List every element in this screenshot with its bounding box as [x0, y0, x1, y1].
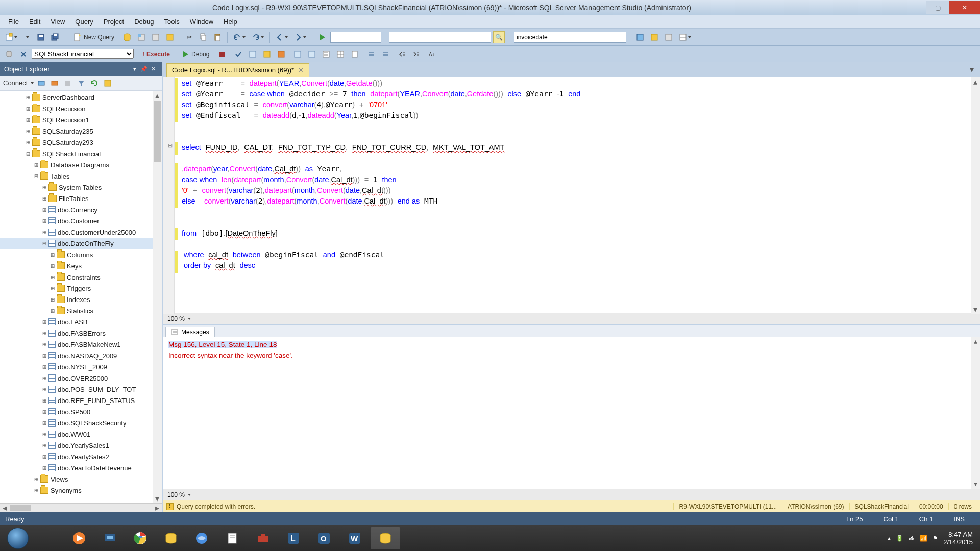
execute-button[interactable]: !Execute [138, 48, 175, 60]
tray-flag-icon[interactable]: ⚑ [933, 535, 938, 542]
tree-node[interactable]: ⊞dbo.Customer [0, 215, 162, 227]
sql-editor[interactable]: set @Yearr = datepart(YEAR,Convert(date,… [163, 77, 980, 324]
registered-servers-icon[interactable] [634, 31, 646, 43]
object-explorer-icon[interactable] [648, 31, 660, 43]
actual-plan-icon[interactable] [291, 48, 304, 60]
tree-node[interactable]: ⊞dbo.OVER25000 [0, 372, 162, 384]
tree-expand-icon[interactable]: ⊞ [41, 397, 48, 405]
debug-button[interactable]: Debug [177, 48, 214, 60]
tree-expand-icon[interactable]: ⊞ [41, 229, 48, 236]
messages-tab[interactable]: Messages [165, 327, 215, 337]
specify-values-icon[interactable]: A↓ [426, 48, 438, 60]
tab-close-icon[interactable]: ✕ [298, 66, 304, 74]
navigate-back-icon[interactable] [274, 31, 290, 43]
parse-icon[interactable] [232, 48, 244, 60]
tree-node[interactable]: ⊞dbo.YearlySales2 [0, 451, 162, 462]
taskbar-ie-icon[interactable] [187, 527, 216, 549]
increase-indent-icon[interactable] [410, 48, 422, 60]
menu-window[interactable]: Window [185, 16, 218, 27]
find-combo[interactable] [389, 32, 491, 43]
disconnect-icon[interactable] [49, 78, 60, 89]
tree-expand-icon[interactable]: ⊞ [49, 296, 57, 304]
tree-node[interactable]: ⊟dbo.DateOnTheFly [0, 238, 162, 249]
tree-expand-icon[interactable]: ⊞ [41, 184, 48, 191]
intellisense-icon[interactable] [275, 48, 287, 60]
cut-icon[interactable]: ✂ [184, 31, 195, 43]
taskbar-ssms-active-icon[interactable] [371, 527, 400, 549]
tree-node[interactable]: ⊞dbo.REF_FUND_STATUS [0, 395, 162, 406]
template-explorer-icon[interactable] [663, 31, 675, 43]
tree-node[interactable]: ⊞dbo.POS_SUM_DLY_TOT [0, 384, 162, 395]
tree-expand-icon[interactable]: ⊞ [41, 217, 48, 225]
menu-help[interactable]: Help [218, 16, 242, 27]
taskbar-explorer-icon[interactable] [34, 527, 63, 549]
tree-node[interactable]: ⊞Columns [0, 249, 162, 260]
mdx-query-icon[interactable] [150, 31, 162, 43]
tree-expand-icon[interactable]: ⊞ [24, 116, 32, 124]
tree-expand-icon[interactable]: ⊞ [41, 408, 48, 416]
tray-wifi-icon[interactable]: 📶 [920, 535, 927, 542]
estimated-plan-icon[interactable] [247, 48, 259, 60]
tree-vscrollbar[interactable]: ▴ ▾ [153, 91, 162, 503]
client-stats-icon[interactable] [306, 48, 318, 60]
tree-node[interactable]: ⊞Keys [0, 260, 162, 271]
tree-node[interactable]: ⊞SQLSaturday235 [0, 126, 162, 137]
properties-icon[interactable] [677, 31, 693, 43]
messages-vscrollbar[interactable]: ▴▾ [971, 337, 980, 489]
menu-edit[interactable]: Edit [24, 16, 45, 27]
db-engine-query-icon[interactable] [121, 31, 133, 43]
new-query-button[interactable]: New Query [69, 31, 119, 43]
tree-node[interactable]: ⊞dbo.NYSE_2009 [0, 361, 162, 372]
taskbar-notepad-icon[interactable] [217, 527, 247, 549]
copy-icon[interactable] [197, 31, 209, 43]
tree-expand-icon[interactable]: ⊞ [41, 318, 48, 326]
refresh-icon[interactable] [89, 78, 100, 89]
tree-node[interactable]: ⊞dbo.FASBErrors [0, 328, 162, 339]
tree-expand-icon[interactable]: ⊞ [49, 273, 57, 281]
panel-pin-icon[interactable]: 📌 [139, 66, 149, 72]
redo-icon[interactable] [250, 31, 266, 43]
tree-node[interactable]: ⊞Database Diagrams [0, 159, 162, 170]
maximize-button[interactable]: ▢ [926, 1, 949, 14]
taskbar-lync-icon[interactable]: L [279, 527, 308, 549]
editor-vscrollbar[interactable]: ▴▾ [971, 77, 980, 314]
save-icon[interactable] [35, 31, 47, 43]
tree-expand-icon[interactable]: ⊞ [41, 195, 48, 203]
decrease-indent-icon[interactable] [396, 48, 408, 60]
tree-hscrollbar[interactable]: ◂▸ [0, 503, 162, 512]
tree-node[interactable]: ⊟SQLShackFinancial [0, 148, 162, 159]
tree-node[interactable]: ⊞Views [0, 473, 162, 485]
menu-query[interactable]: Query [70, 16, 98, 27]
menu-project[interactable]: Project [99, 16, 129, 27]
tree-expand-icon[interactable]: ⊞ [49, 262, 57, 270]
uncomment-icon[interactable] [379, 48, 391, 60]
close-button[interactable]: ✕ [949, 1, 980, 14]
results-file-icon[interactable] [349, 48, 361, 60]
tree-node[interactable]: ⊞dbo.FASBMakeNew1 [0, 339, 162, 350]
tree-expand-icon[interactable]: ⊞ [24, 94, 32, 102]
tree-expand-icon[interactable]: ⊞ [33, 475, 40, 483]
panel-close-icon[interactable]: ✕ [149, 66, 158, 72]
tree-node[interactable]: ⊞Triggers [0, 283, 162, 294]
start-button[interactable] [3, 527, 33, 549]
tree-node[interactable]: ⊞System Tables [0, 182, 162, 193]
taskbar-word-icon[interactable]: W [340, 527, 370, 549]
taskbar-ssms-icon[interactable] [156, 527, 186, 549]
tree-node[interactable]: ⊞dbo.SP500 [0, 406, 162, 417]
tree-node[interactable]: ⊞Constraints [0, 271, 162, 283]
tray-chevron-icon[interactable]: ▴ [888, 535, 891, 542]
filter-icon[interactable] [76, 78, 87, 89]
query-options-icon[interactable] [261, 48, 273, 60]
tree-node[interactable]: ⊞Synonyms [0, 485, 162, 496]
tree-expand-icon[interactable]: ⊞ [33, 487, 40, 494]
stop-icon[interactable] [62, 78, 74, 89]
tree-expand-icon[interactable]: ⊞ [41, 464, 48, 472]
taskbar-toolbox-icon[interactable] [248, 527, 278, 549]
taskbar-outlook-icon[interactable]: O [309, 527, 339, 549]
save-all-icon[interactable] [49, 31, 61, 43]
tree-node[interactable]: ⊞dbo.Currency [0, 204, 162, 215]
tree-node[interactable]: ⊞dbo.WW01 [0, 429, 162, 440]
database-selector[interactable]: SQLShackFinancial [32, 49, 134, 59]
tree-expand-icon[interactable]: ⊞ [41, 330, 48, 337]
menu-file[interactable]: File [3, 16, 24, 27]
